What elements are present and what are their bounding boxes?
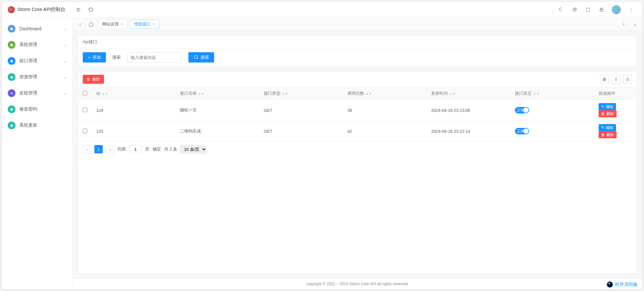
search-input[interactable]	[127, 52, 182, 63]
brand: Storm Core API控制台	[2, 6, 73, 13]
home-icon: ◉	[8, 25, 15, 33]
lock-icon[interactable]	[598, 6, 605, 13]
cell-id: 125	[92, 121, 175, 142]
batch-delete-button[interactable]: 🗑 删除	[83, 75, 104, 84]
svg-point-2	[631, 8, 631, 8]
tabbar: ‹ 网站设置 × 增加接口 × › ⌄	[73, 17, 642, 31]
cell-type: GET	[259, 100, 343, 121]
select-all-checkbox[interactable]	[83, 91, 87, 95]
svg-point-3	[631, 9, 631, 10]
add-button[interactable]: + 添加	[83, 52, 106, 63]
sidebar-item-system[interactable]: ◉ 系统管理 ⌄	[2, 37, 72, 53]
page-unit: 页	[145, 146, 149, 152]
tab-add-api[interactable]: 增加接口 ×	[130, 20, 159, 29]
total-text: 共 2 条	[164, 146, 177, 152]
link-icon: ∞	[8, 89, 15, 97]
topbar: Storm Core API控制台	[2, 2, 642, 17]
attribution-text: 程序员阿鑫	[615, 282, 638, 287]
pager-page-1[interactable]: 1	[94, 145, 103, 153]
sort-icon[interactable]: ▲▼	[365, 93, 372, 95]
delete-button[interactable]: 🗑删除	[599, 131, 617, 138]
page-size-select[interactable]: 10 条/页	[180, 145, 207, 153]
row-checkbox[interactable]	[83, 129, 87, 133]
status-switch[interactable]: 正常	[515, 128, 529, 134]
breadcrumb: Api接口	[78, 36, 637, 48]
cell-calls: 42	[343, 121, 427, 142]
cell-name: 二维码生成	[175, 121, 259, 142]
pager-next[interactable]: ›	[106, 145, 114, 153]
chevron-down-icon: ⌄	[63, 43, 67, 47]
sidebar-item-label: 资源管理	[19, 74, 37, 80]
tab-menu-icon[interactable]: ⌄	[630, 20, 639, 28]
sidebar: ◉ Dashboard ⌄ ◉ 系统管理 ⌄ ◉ 接口管理 ⌄ ◉ 资源管理 ⌄…	[2, 17, 73, 289]
api-icon: ◉	[8, 57, 15, 65]
cell-updated: 2024-04-16 23:22:14	[427, 121, 510, 142]
batch-delete-label: 删除	[92, 77, 100, 82]
api-table: ID▲▼ 接口名称▲▼ 接口类型▲▼ 调用次数▲▼ 更新时间▲▼ 接口状态▲▼ …	[78, 87, 637, 142]
brand-title: Storm Core API控制台	[17, 6, 65, 13]
columns-icon[interactable]: ⊞	[600, 75, 609, 84]
trash-icon: 🗑	[601, 112, 605, 116]
theme-icon[interactable]	[558, 6, 564, 13]
cell-name: 随机一言	[175, 100, 259, 121]
sort-icon[interactable]: ▲▼	[449, 93, 456, 95]
plus-icon: +	[88, 55, 90, 60]
row-checkbox[interactable]	[83, 108, 87, 112]
pagination: ‹ 1 › 到第 页 确定 共 2 条 10 条/页	[78, 142, 637, 157]
trash-icon: 🗑	[87, 77, 90, 82]
resource-icon: ◉	[8, 73, 15, 81]
update-icon: ◉	[8, 121, 15, 129]
chevron-down-icon: ⌄	[63, 26, 67, 31]
sidebar-item-password[interactable]: ◉ 修改密码	[2, 101, 72, 117]
svg-point-0	[575, 9, 575, 9]
col-calls: 调用次数	[347, 91, 364, 96]
goto-confirm[interactable]: 确定	[153, 146, 161, 152]
pencil-icon: ✎	[601, 125, 604, 130]
more-icon[interactable]	[628, 6, 634, 13]
sidebar-item-update[interactable]: ◉ 系统更新	[2, 117, 72, 133]
search-label: 搜索	[112, 54, 121, 60]
status-switch[interactable]: 正常	[515, 107, 529, 113]
col-ops: 其他操作	[599, 91, 615, 96]
add-label: 添加	[92, 54, 101, 60]
collapse-menu-icon[interactable]	[75, 6, 82, 13]
delete-button[interactable]: 🗑删除	[599, 110, 617, 117]
sidebar-item-label: 修改密码	[19, 106, 37, 112]
svg-rect-1	[600, 9, 603, 11]
sort-icon[interactable]: ▲▼	[198, 93, 204, 95]
pager-prev[interactable]: ‹	[83, 145, 91, 153]
table-row: 125 二维码生成 GET 42 2024-04-16 23:22:14 正常 …	[78, 121, 637, 142]
tab-prev-icon[interactable]: ‹	[76, 20, 84, 28]
close-icon[interactable]: ×	[153, 22, 155, 26]
avatar[interactable]	[612, 5, 621, 14]
search-btn-label: 搜索	[201, 54, 209, 60]
cell-id: 124	[92, 100, 175, 121]
edit-button[interactable]: ✎编辑	[599, 103, 616, 110]
tag-icon[interactable]	[571, 6, 578, 13]
export-icon[interactable]: ⇩	[611, 75, 620, 84]
sidebar-item-resource[interactable]: ◉ 资源管理 ⌄	[2, 69, 72, 85]
refresh-icon[interactable]	[88, 6, 94, 13]
sidebar-item-api[interactable]: ◉ 接口管理 ⌄	[2, 53, 72, 69]
sidebar-item-links[interactable]: ∞ 友链管理 ⌄	[2, 85, 72, 101]
sort-icon[interactable]: ▲▼	[282, 93, 288, 95]
fullscreen-icon[interactable]	[585, 6, 591, 13]
chevron-down-icon: ⌄	[63, 75, 67, 79]
col-name: 接口名称	[180, 91, 197, 96]
col-id: ID	[96, 91, 100, 96]
sort-icon[interactable]: ▲▼	[102, 93, 108, 95]
goto-input[interactable]	[129, 145, 142, 153]
tab-next-icon[interactable]: ›	[620, 20, 628, 28]
tab-site-settings[interactable]: 网站设置 ×	[98, 20, 127, 29]
chevron-down-icon: ⌄	[63, 91, 67, 95]
search-icon	[194, 54, 199, 61]
search-button[interactable]: 搜索	[188, 52, 214, 63]
tab-home-icon[interactable]	[87, 20, 95, 28]
sort-icon[interactable]: ▲▼	[533, 93, 539, 95]
sidebar-item-dashboard[interactable]: ◉ Dashboard ⌄	[2, 21, 72, 37]
svg-point-4	[631, 11, 631, 11]
print-icon[interactable]: ⎙	[623, 75, 632, 84]
close-icon[interactable]: ×	[121, 22, 123, 26]
sidebar-item-label: 接口管理	[19, 58, 37, 64]
edit-button[interactable]: ✎编辑	[599, 124, 616, 131]
